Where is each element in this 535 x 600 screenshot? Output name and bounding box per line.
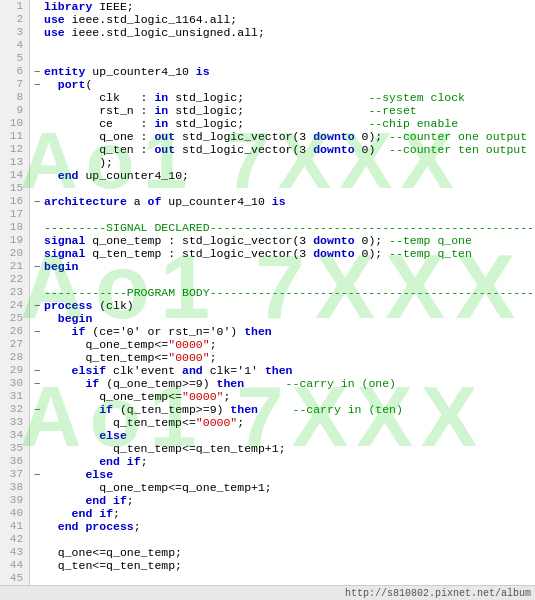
table-row: 8 clk : in std_logic; --system clock xyxy=(0,91,535,104)
line-number: 30 xyxy=(0,377,30,390)
line-content: − elsif clk'event and clk='1' then xyxy=(30,364,535,377)
line-content: ---------SIGNAL DECLARED----------------… xyxy=(30,221,535,234)
table-row: 29− elsif clk'event and clk='1' then xyxy=(0,364,535,377)
table-row: 15 xyxy=(0,182,535,195)
collapse-icon[interactable]: − xyxy=(34,403,44,416)
line-content: ); xyxy=(30,156,535,169)
line-number: 7 xyxy=(0,78,30,91)
table-row: 45 xyxy=(0,572,535,585)
line-number: 12 xyxy=(0,143,30,156)
line-content: − if (q_ten_temp>=9) then --carry in (te… xyxy=(30,403,535,416)
line-content: end if; xyxy=(30,455,535,468)
status-bar: http://s810802.pixnet.net/album xyxy=(0,585,535,600)
table-row: 17 xyxy=(0,208,535,221)
line-content: q_ten : out std_logic_vector(3 downto 0)… xyxy=(30,143,535,156)
line-content: else xyxy=(30,429,535,442)
table-row: 21−begin xyxy=(0,260,535,273)
table-row: 28 q_ten_temp<="0000"; xyxy=(0,351,535,364)
line-number: 31 xyxy=(0,390,30,403)
line-number: 32 xyxy=(0,403,30,416)
line-number: 17 xyxy=(0,208,30,221)
table-row: 22 xyxy=(0,273,535,286)
line-number: 45 xyxy=(0,572,30,585)
collapse-icon[interactable]: − xyxy=(34,364,44,377)
table-row: 13 ); xyxy=(0,156,535,169)
line-number: 2 xyxy=(0,13,30,26)
line-content: − if (q_one_temp>=9) then --carry in (on… xyxy=(30,377,535,390)
line-number: 3 xyxy=(0,26,30,39)
table-row: 44 q_ten<=q_ten_temp; xyxy=(0,559,535,572)
line-content: q_one_temp<=q_one_temp+1; xyxy=(30,481,535,494)
table-row: 39 end if; xyxy=(0,494,535,507)
line-content: begin xyxy=(30,312,535,325)
line-content: ------------PROGRAM BODY----------------… xyxy=(30,286,535,299)
line-content: q_one_temp<="0000"; xyxy=(30,390,535,403)
line-number: 28 xyxy=(0,351,30,364)
line-content: −architecture a of up_counter4_10 is xyxy=(30,195,535,208)
collapse-icon[interactable]: − xyxy=(34,377,44,390)
line-number: 35 xyxy=(0,442,30,455)
table-row: 2use ieee.std_logic_1164.all; xyxy=(0,13,535,26)
collapse-icon[interactable]: − xyxy=(34,299,44,312)
table-row: 32− if (q_ten_temp>=9) then --carry in (… xyxy=(0,403,535,416)
line-number: 42 xyxy=(0,533,30,546)
line-number: 13 xyxy=(0,156,30,169)
line-content: use ieee.std_logic_unsigned.all; xyxy=(30,26,535,39)
table-row: 43 q_one<=q_one_temp; xyxy=(0,546,535,559)
line-number: 39 xyxy=(0,494,30,507)
table-row: 27 q_one_temp<="0000"; xyxy=(0,338,535,351)
table-row: 30− if (q_one_temp>=9) then --carry in (… xyxy=(0,377,535,390)
line-content: clk : in std_logic; --system clock xyxy=(30,91,535,104)
table-row: 23------------PROGRAM BODY--------------… xyxy=(0,286,535,299)
line-number: 25 xyxy=(0,312,30,325)
line-number: 1 xyxy=(0,0,30,13)
line-content: − port( xyxy=(30,78,535,91)
line-number: 11 xyxy=(0,130,30,143)
table-row: 7− port( xyxy=(0,78,535,91)
line-number: 8 xyxy=(0,91,30,104)
line-number: 4 xyxy=(0,39,30,52)
line-content: −entity up_counter4_10 is xyxy=(30,65,535,78)
collapse-icon[interactable]: − xyxy=(34,78,44,91)
collapse-icon[interactable]: − xyxy=(34,325,44,338)
collapse-icon[interactable]: − xyxy=(34,468,44,481)
line-number: 29 xyxy=(0,364,30,377)
line-number: 26 xyxy=(0,325,30,338)
line-content xyxy=(30,572,535,585)
table-row: 6−entity up_counter4_10 is xyxy=(0,65,535,78)
table-row: 26− if (ce='0' or rst_n='0') then xyxy=(0,325,535,338)
collapse-icon[interactable]: − xyxy=(34,65,44,78)
table-row: 12 q_ten : out std_logic_vector(3 downto… xyxy=(0,143,535,156)
status-url: http://s810802.pixnet.net/album xyxy=(345,588,531,599)
line-content: end up_counter4_10; xyxy=(30,169,535,182)
table-row: 38 q_one_temp<=q_one_temp+1; xyxy=(0,481,535,494)
table-row: 25 begin xyxy=(0,312,535,325)
code-editor: 1library IEEE;2use ieee.std_logic_1164.a… xyxy=(0,0,535,585)
collapse-icon[interactable]: − xyxy=(34,195,44,208)
table-row: 16−architecture a of up_counter4_10 is xyxy=(0,195,535,208)
line-number: 33 xyxy=(0,416,30,429)
line-number: 14 xyxy=(0,169,30,182)
table-row: 40 end if; xyxy=(0,507,535,520)
table-row: 18---------SIGNAL DECLARED--------------… xyxy=(0,221,535,234)
line-content xyxy=(30,533,535,546)
table-row: 20signal q_ten_temp : std_logic_vector(3… xyxy=(0,247,535,260)
table-row: 14 end up_counter4_10; xyxy=(0,169,535,182)
line-number: 24 xyxy=(0,299,30,312)
line-content: end process; xyxy=(30,520,535,533)
line-content: − else xyxy=(30,468,535,481)
line-content: end if; xyxy=(30,507,535,520)
line-number: 43 xyxy=(0,546,30,559)
line-content: q_one<=q_one_temp; xyxy=(30,546,535,559)
line-number: 37 xyxy=(0,468,30,481)
line-content xyxy=(30,39,535,52)
line-content: q_ten<=q_ten_temp; xyxy=(30,559,535,572)
line-content: q_ten_temp<="0000"; xyxy=(30,416,535,429)
line-number: 41 xyxy=(0,520,30,533)
line-content: − if (ce='0' or rst_n='0') then xyxy=(30,325,535,338)
line-content: −process (clk) xyxy=(30,299,535,312)
table-row: 33 q_ten_temp<="0000"; xyxy=(0,416,535,429)
collapse-icon[interactable]: − xyxy=(34,260,44,273)
line-content: signal q_one_temp : std_logic_vector(3 d… xyxy=(30,234,535,247)
line-number: 19 xyxy=(0,234,30,247)
